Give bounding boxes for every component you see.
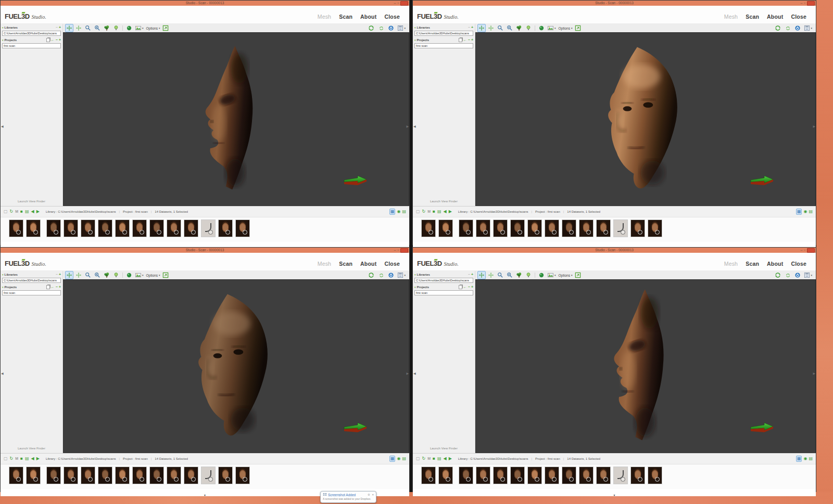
window-titlebar[interactable]: Studio - Scan - 00000013 – ▫ bbox=[1, 248, 409, 253]
grid-view-button[interactable]: ▦ bbox=[389, 209, 396, 215]
sync-button[interactable] bbox=[367, 24, 375, 32]
shading-sphere-button[interactable] bbox=[537, 271, 546, 279]
next-dataset-button[interactable]: ▶ bbox=[36, 456, 40, 461]
collapse-right-arrow-icon[interactable]: ▶ bbox=[406, 371, 409, 375]
collapse-left-arrow-icon[interactable]: ◀ bbox=[1, 371, 4, 375]
power-button[interactable] bbox=[387, 271, 395, 279]
viewport-3d[interactable] bbox=[475, 32, 816, 206]
minimize-button[interactable]: – bbox=[801, 1, 803, 5]
collapse-left-arrow-icon[interactable]: ◀ bbox=[1, 124, 4, 128]
dataset-thumbnail[interactable] bbox=[167, 219, 181, 237]
add-project-button[interactable]: + bbox=[59, 38, 61, 42]
dataset-thumbnail[interactable] bbox=[613, 219, 628, 237]
options-menu-button[interactable]: Options ▾ bbox=[145, 271, 161, 279]
chevron-down-icon[interactable]: ▾ bbox=[414, 38, 416, 42]
dataset-thumbnail[interactable] bbox=[493, 219, 508, 237]
copy-project-icon[interactable] bbox=[459, 285, 462, 289]
sync-small-button[interactable] bbox=[784, 24, 792, 32]
zoom-tool-button[interactable] bbox=[93, 271, 102, 279]
dataset-icon[interactable]: ▤ bbox=[437, 209, 441, 214]
dataset-thumbnail[interactable] bbox=[562, 219, 576, 237]
dataset-thumbnail[interactable] bbox=[459, 467, 473, 484]
lighting-button[interactable] bbox=[524, 24, 533, 32]
dataset-thumbnail[interactable] bbox=[648, 219, 662, 237]
cube-icon[interactable]: ■ bbox=[20, 209, 23, 214]
dataset-thumbnail[interactable] bbox=[9, 467, 23, 484]
remove-library-button[interactable]: − bbox=[56, 25, 58, 30]
chevron-down-icon[interactable]: ▾ bbox=[2, 286, 4, 289]
project-name-input[interactable]: first scan bbox=[2, 43, 61, 48]
sync-small-button[interactable] bbox=[784, 271, 792, 279]
dataset-thumbnail[interactable] bbox=[64, 219, 78, 237]
viewport-3d[interactable] bbox=[475, 279, 816, 453]
dataset-thumbnail[interactable] bbox=[648, 467, 662, 484]
chevron-down-icon[interactable]: ▾ bbox=[414, 286, 416, 289]
zoom-tool-button[interactable] bbox=[93, 24, 102, 32]
export-icon[interactable]: ▢ bbox=[416, 209, 420, 214]
dataset-thumbnail[interactable] bbox=[235, 467, 250, 484]
dataset-thumbnail[interactable] bbox=[630, 467, 645, 484]
options-menu-button[interactable]: Options ▾ bbox=[558, 24, 573, 32]
options-menu-button[interactable]: Options ▾ bbox=[558, 271, 573, 279]
film-view-button[interactable]: ▤ bbox=[402, 209, 406, 214]
collapse-left-arrow-icon[interactable]: ◀ bbox=[413, 371, 416, 375]
film-view-button[interactable]: ▤ bbox=[809, 456, 813, 461]
zoom-tool-button[interactable] bbox=[506, 24, 514, 32]
grid-view-button[interactable]: ▦ bbox=[389, 456, 396, 462]
dataset-icon[interactable]: ▤ bbox=[25, 209, 29, 214]
dataset-icon[interactable]: ▤ bbox=[437, 456, 441, 461]
texture-mode-button[interactable]: ▾ bbox=[134, 24, 144, 32]
dataset-thumbnail[interactable] bbox=[26, 467, 41, 484]
power-button[interactable] bbox=[387, 24, 395, 32]
import-project-icon[interactable]: ← bbox=[463, 38, 467, 42]
export-icon[interactable]: ▢ bbox=[4, 209, 8, 214]
menu-close[interactable]: Close bbox=[384, 14, 400, 20]
dataset-thumbnail[interactable] bbox=[421, 219, 436, 237]
zoom-region-tool-button[interactable] bbox=[84, 271, 92, 279]
tree-view-button[interactable] bbox=[515, 271, 523, 279]
scanned-face-mesh[interactable] bbox=[184, 43, 275, 196]
dataset-thumbnail[interactable] bbox=[545, 219, 559, 237]
menu-close[interactable]: Close bbox=[384, 261, 400, 267]
cube-icon[interactable]: ■ bbox=[20, 456, 23, 461]
save-button[interactable]: ▾ bbox=[803, 271, 813, 279]
dataset-thumbnail[interactable] bbox=[81, 219, 95, 237]
move-tool-button[interactable] bbox=[74, 271, 83, 279]
add-library-button[interactable]: + bbox=[471, 25, 473, 30]
prev-dataset-button[interactable]: ◀ bbox=[444, 209, 447, 214]
project-name-input[interactable]: first scan bbox=[414, 43, 473, 48]
dataset-thumbnail[interactable] bbox=[201, 219, 216, 237]
copy-project-icon[interactable] bbox=[46, 285, 50, 289]
grid-view-button[interactable]: ▦ bbox=[796, 456, 802, 462]
next-dataset-button[interactable]: ▶ bbox=[36, 209, 40, 214]
scanned-face-mesh[interactable] bbox=[177, 290, 281, 443]
dataset-thumbnail[interactable] bbox=[527, 467, 542, 484]
remove-project-button[interactable]: − bbox=[56, 285, 58, 289]
minimize-button[interactable]: – bbox=[801, 248, 803, 252]
import-project-icon[interactable]: ← bbox=[463, 285, 467, 289]
library-path-input[interactable]: C:\Users\Arnoldas3DHubs\Desktop\scans bbox=[414, 31, 473, 36]
dataset-thumbnail[interactable] bbox=[115, 219, 130, 237]
dataset-thumbnail[interactable] bbox=[579, 467, 594, 484]
move-tool-button[interactable] bbox=[74, 24, 83, 32]
scanned-face-mesh[interactable] bbox=[591, 286, 687, 447]
pan-tool-button[interactable] bbox=[477, 271, 486, 279]
camera-view-button[interactable]: ◉ bbox=[397, 456, 400, 461]
power-button[interactable] bbox=[793, 271, 802, 279]
screenshot-button[interactable] bbox=[574, 271, 582, 279]
collapse-right-arrow-icon[interactable]: ▶ bbox=[813, 371, 815, 375]
lighting-button[interactable] bbox=[112, 271, 120, 279]
menu-about[interactable]: About bbox=[360, 261, 376, 267]
dataset-thumbnail[interactable] bbox=[579, 219, 594, 237]
copy-project-icon[interactable] bbox=[459, 38, 462, 42]
window-titlebar[interactable]: Studio - Scan - 00000013 – ▫ bbox=[413, 248, 816, 253]
pan-tool-button[interactable] bbox=[65, 271, 73, 279]
menu-scan[interactable]: Scan bbox=[339, 261, 352, 267]
dataset-thumbnail[interactable] bbox=[476, 467, 490, 484]
refresh-icon[interactable]: ↻ bbox=[422, 456, 426, 461]
collapse-right-arrow-icon[interactable]: ▶ bbox=[406, 124, 409, 128]
dataset-thumbnail[interactable] bbox=[421, 467, 436, 484]
maximize-button[interactable]: ▫ bbox=[398, 1, 399, 5]
dataset-thumbnail[interactable] bbox=[132, 219, 147, 237]
power-button[interactable] bbox=[793, 24, 802, 32]
